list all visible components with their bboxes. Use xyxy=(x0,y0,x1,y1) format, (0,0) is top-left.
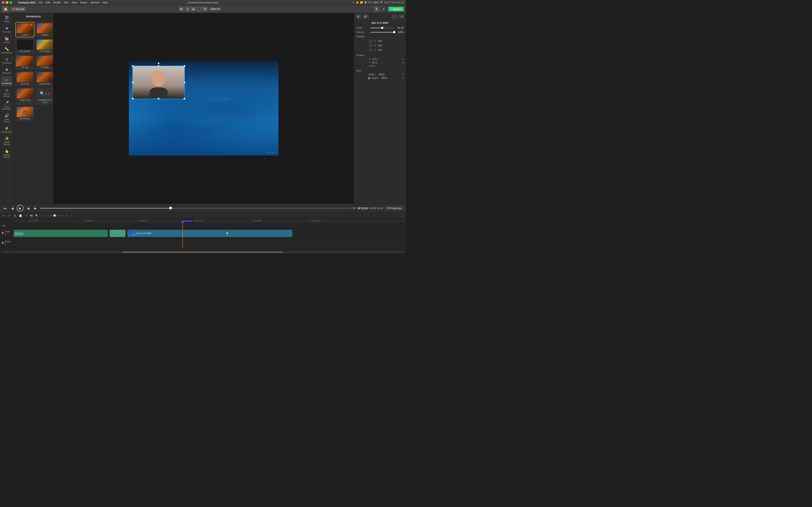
panel-dots-icon[interactable]: ···· xyxy=(392,14,398,19)
rotation-z-dial[interactable] xyxy=(369,39,372,43)
playback-back-button[interactable]: ◀ xyxy=(9,206,15,211)
sidebar-item-audio-effects[interactable]: 🔊 Audio Effects xyxy=(1,112,12,124)
menu-export[interactable]: Export xyxy=(80,1,87,4)
scale-slider[interactable] xyxy=(370,27,394,28)
handle-tc[interactable] xyxy=(158,65,159,67)
handle-tl[interactable] xyxy=(132,65,134,67)
sidebar-item-animations[interactable]: ▷ Animations xyxy=(1,76,12,86)
step-back-btn[interactable]: ⏭ xyxy=(191,7,196,11)
handle-mr[interactable] xyxy=(184,81,185,83)
handle-bl[interactable] xyxy=(132,98,134,100)
anim-card-full-opacity[interactable]: Full Opacity xyxy=(35,38,53,54)
user-icon-btn[interactable]: 👤 xyxy=(380,7,387,11)
rotate-handle[interactable] xyxy=(158,62,159,64)
window-controls[interactable] xyxy=(2,1,12,4)
timeline-zoom-thumb[interactable] xyxy=(53,214,56,217)
playback-fwd-button[interactable]: ◀ xyxy=(26,206,31,211)
size-width-arrows[interactable]: ⇅ xyxy=(402,73,404,76)
timeline-scrollbar[interactable] xyxy=(2,251,404,253)
playback-play-button[interactable]: ▶ xyxy=(17,205,23,212)
keyframe-dot[interactable] xyxy=(226,232,228,234)
export-button[interactable]: ↑ Export xyxy=(388,7,404,11)
zoom-out-tl[interactable]: 🔍 xyxy=(35,214,39,218)
scrollbar-thumb[interactable] xyxy=(122,251,284,253)
maximize-button[interactable] xyxy=(9,1,12,4)
sidebar-item-interactivity[interactable]: ⚡ Interactivity xyxy=(1,125,12,135)
step-fwd-btn[interactable]: ⬛ xyxy=(196,7,202,11)
play-btn[interactable]: ▶ xyxy=(179,7,184,11)
menu-text[interactable]: Text xyxy=(64,1,68,4)
collapse-track-button[interactable]: ▾ xyxy=(4,224,5,227)
sidebar-item-cursor-effects[interactable]: ⊙ Cursor Effects xyxy=(1,87,12,99)
menu-file[interactable]: File xyxy=(39,1,43,4)
paste-button[interactable]: 📋 xyxy=(18,214,23,218)
menu-bar[interactable]: Camtasia 2022 File Edit Modify Text View… xyxy=(18,1,108,4)
audio-clip-2[interactable] xyxy=(110,230,125,237)
anim-card-smartfocus-at-time[interactable]: 🔍 C S SmartFocus at Time xyxy=(35,87,53,105)
close-button[interactable] xyxy=(2,1,5,4)
properties-button[interactable]: ⚙ Properties xyxy=(385,206,404,211)
zoom-control[interactable]: 100% ▼ xyxy=(209,7,221,11)
anim-card-tilt-left[interactable]: Tilt Left xyxy=(15,55,35,70)
anim-card-tilt-right[interactable]: Tilt Right xyxy=(35,55,53,70)
playback-progress[interactable] xyxy=(40,208,351,209)
position-y-arrows[interactable]: ⇅ xyxy=(402,61,404,64)
menu-modify[interactable]: Modify xyxy=(53,1,60,4)
handle-tr[interactable] xyxy=(184,65,185,67)
sidebar-item-media[interactable]: 🎬 Media xyxy=(1,14,12,24)
sidebar-item-transitions[interactable]: ⧖ Transitions xyxy=(1,56,12,66)
anim-card-scale-up[interactable]: Scale Up xyxy=(15,71,35,86)
track-1-mute-icon[interactable]: 🔇 xyxy=(1,241,4,244)
anim-card-scale-to-fit[interactable]: Scale To Fit xyxy=(15,87,35,105)
sidebar-item-gesture-effects[interactable]: 👆 Gesture Effects xyxy=(1,148,12,160)
zoom-minus-tl[interactable]: − xyxy=(40,214,44,218)
home-button[interactable]: 🏠 xyxy=(2,6,9,12)
split-button[interactable]: ⊣ xyxy=(23,214,28,218)
handle-bc[interactable] xyxy=(158,98,159,100)
scissors-button[interactable]: ✂ xyxy=(7,214,12,218)
scale-slider-thumb[interactable] xyxy=(381,27,383,29)
track-2-mute-icon[interactable]: 🔇 xyxy=(1,232,4,234)
anim-card-custom[interactable]: ★ Custom xyxy=(15,22,35,37)
sidebar-item-favorites[interactable]: ★ Favorites xyxy=(1,25,12,35)
menu-view[interactable]: View xyxy=(71,1,77,4)
record-button[interactable]: Record xyxy=(10,7,26,11)
anim-card-scale-down[interactable]: Scale Down xyxy=(35,71,53,86)
opacity-slider-thumb[interactable] xyxy=(393,31,395,33)
lock-icon[interactable]: 🔒 xyxy=(368,77,370,79)
share-btn[interactable]: ⬆ xyxy=(374,7,379,11)
copy-button[interactable]: ⧉ xyxy=(13,214,17,218)
sidebar-item-visual-effects[interactable]: ✨ Visual Effects xyxy=(1,135,12,147)
panel-layout-icon[interactable]: ⊞ xyxy=(355,14,361,19)
progress-thumb[interactable] xyxy=(169,207,172,209)
anim-card-smartfocus[interactable]: ⊞ SmartFocus xyxy=(15,106,35,121)
undo-button[interactable]: ↩ xyxy=(2,214,6,218)
canvas-stage[interactable]: SUBSCRIBE xyxy=(129,62,278,156)
panel-audio-icon[interactable]: 🔊 xyxy=(362,14,369,19)
fullscreen-button[interactable]: ⛶ xyxy=(400,214,404,218)
handle-br[interactable] xyxy=(184,98,185,100)
menu-window[interactable]: Window xyxy=(90,1,99,4)
timeline-zoom-slider[interactable] xyxy=(45,215,63,216)
panel-refresh-icon[interactable]: ↺ xyxy=(399,14,405,19)
skip-back-button[interactable]: ⏮ xyxy=(2,206,8,211)
crop-btn[interactable]: ⊞ xyxy=(202,7,208,11)
camera-button[interactable]: 📷 xyxy=(29,214,34,218)
anim-card-no-opacity[interactable]: No Opacity xyxy=(15,38,35,54)
audio-clip-1[interactable] xyxy=(14,230,108,237)
selection-handles[interactable] xyxy=(132,66,185,99)
opacity-slider[interactable] xyxy=(370,32,394,33)
add-track-button[interactable]: + xyxy=(1,224,3,227)
menu-help[interactable]: Help xyxy=(102,1,108,4)
minimize-button[interactable] xyxy=(6,1,8,4)
handle-ml[interactable] xyxy=(132,81,134,83)
menu-edit[interactable]: Edit xyxy=(46,1,50,4)
position-x-arrows[interactable]: ⇅ xyxy=(402,58,404,60)
sidebar-item-voice-narration[interactable]: 🎤 Voice Narration xyxy=(1,99,12,112)
size-height-arrows[interactable]: ⇅ xyxy=(402,77,404,79)
anim-card-restore[interactable]: Restore xyxy=(35,22,53,37)
pause-btn[interactable]: ⏸ xyxy=(185,7,190,11)
rotation-x-dial[interactable] xyxy=(369,48,372,52)
sidebar-item-annotations[interactable]: ✏️ Annotations xyxy=(1,46,12,55)
rotation-y-dial[interactable] xyxy=(369,44,372,47)
